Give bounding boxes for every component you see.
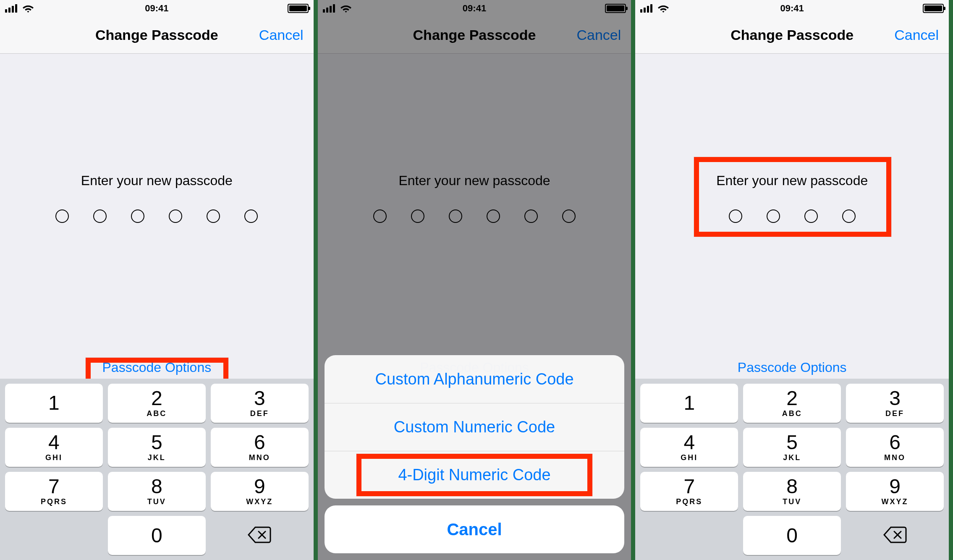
keypad-key-7[interactable]: 7PQRS — [640, 472, 738, 511]
nav-bar: Change Passcode Cancel — [635, 17, 949, 54]
cellular-signal-icon — [640, 4, 655, 13]
svg-rect-3 — [15, 4, 17, 13]
action-sheet-cancel[interactable]: Cancel — [325, 505, 625, 553]
passcode-dots — [55, 209, 258, 223]
screen-3-four-digit: 09:41 Change Passcode Cancel Enter your … — [635, 0, 949, 560]
screen-2-action-sheet: 09:41 Change Passcode Cancel Enter your … — [318, 0, 631, 560]
passcode-dot — [93, 209, 107, 223]
keypad-key-5[interactable]: 5JKL — [743, 428, 841, 467]
wifi-icon — [657, 4, 670, 13]
svg-rect-10 — [647, 6, 649, 13]
keypad-key-4[interactable]: 4GHI — [5, 428, 103, 467]
action-sheet-options: Custom Alphanumeric Code Custom Numeric … — [325, 355, 625, 499]
passcode-options-button[interactable]: Passcode Options — [635, 360, 949, 375]
cellular-signal-icon — [5, 4, 19, 13]
passcode-dot — [207, 209, 220, 223]
status-time: 09:41 — [145, 3, 168, 14]
annotation-highlight — [694, 157, 891, 237]
keypad-key-0[interactable]: 0 — [743, 516, 841, 555]
keypad-key-6[interactable]: 6MNO — [211, 428, 309, 467]
keypad-backspace[interactable] — [211, 516, 309, 555]
keypad-key-9[interactable]: 9WXYZ — [211, 472, 309, 511]
keypad-key-1[interactable]: 1 — [640, 384, 738, 423]
svg-rect-1 — [8, 8, 10, 13]
status-bar: 09:41 — [635, 0, 949, 17]
passcode-dot — [804, 209, 818, 223]
wifi-icon — [22, 4, 34, 13]
backspace-icon — [247, 526, 272, 546]
passcode-dot — [244, 209, 258, 223]
action-sheet: Custom Alphanumeric Code Custom Numeric … — [325, 355, 625, 553]
svg-rect-2 — [12, 6, 14, 13]
backspace-icon — [882, 526, 908, 546]
svg-rect-8 — [640, 9, 642, 13]
keypad-key-5[interactable]: 5JKL — [108, 428, 206, 467]
option-custom-alphanumeric[interactable]: Custom Alphanumeric Code — [325, 355, 625, 403]
content-area: Enter your new passcode Passcode Options… — [635, 54, 949, 560]
keypad-key-3[interactable]: 3DEF — [211, 384, 309, 423]
battery-icon — [923, 4, 944, 13]
passcode-dot — [55, 209, 69, 223]
keypad-key-1[interactable]: 1 — [5, 384, 103, 423]
passcode-dots — [729, 209, 856, 223]
passcode-prompt: Enter your new passcode — [716, 173, 868, 188]
keypad-key-6[interactable]: 6MNO — [846, 428, 944, 467]
numeric-keypad: 1 2ABC 3DEF 4GHI 5JKL 6MNO 7PQRS 8TUV 9W… — [0, 379, 314, 560]
keypad-key-8[interactable]: 8TUV — [108, 472, 206, 511]
option-label: 4-Digit Numeric Code — [398, 466, 550, 484]
keypad-key-3[interactable]: 3DEF — [846, 384, 944, 423]
option-custom-numeric[interactable]: Custom Numeric Code — [325, 403, 625, 451]
svg-rect-9 — [644, 8, 646, 13]
passcode-dot — [767, 209, 780, 223]
status-bar: 09:41 — [0, 0, 314, 17]
keypad-blank — [640, 516, 738, 555]
status-time: 09:41 — [780, 3, 804, 14]
option-4-digit-numeric[interactable]: 4-Digit Numeric Code — [325, 451, 625, 499]
svg-rect-0 — [5, 9, 7, 13]
passcode-dot — [131, 209, 144, 223]
keypad-key-4[interactable]: 4GHI — [640, 428, 738, 467]
keypad-key-7[interactable]: 7PQRS — [5, 472, 103, 511]
cancel-button[interactable]: Cancel — [259, 27, 304, 43]
screen-1-passcode-options-highlight: 09:41 Change Passcode Cancel Enter your … — [0, 0, 314, 560]
passcode-dot — [169, 209, 182, 223]
keypad-backspace[interactable] — [846, 516, 944, 555]
passcode-dot — [842, 209, 856, 223]
keypad-key-9[interactable]: 9WXYZ — [846, 472, 944, 511]
numeric-keypad: 1 2ABC 3DEF 4GHI 5JKL 6MNO 7PQRS 8TUV 9W… — [635, 379, 949, 560]
battery-icon — [288, 4, 309, 13]
nav-bar: Change Passcode Cancel — [0, 17, 314, 54]
passcode-prompt: Enter your new passcode — [81, 173, 233, 188]
content-area: Enter your new passcode Passcode Options… — [0, 54, 314, 560]
keypad-key-8[interactable]: 8TUV — [743, 472, 841, 511]
keypad-key-0[interactable]: 0 — [108, 516, 206, 555]
keypad-key-2[interactable]: 2ABC — [743, 384, 841, 423]
svg-rect-11 — [650, 4, 652, 13]
passcode-dot — [729, 209, 742, 223]
keypad-blank — [5, 516, 103, 555]
keypad-key-2[interactable]: 2ABC — [108, 384, 206, 423]
passcode-options-button[interactable]: Passcode Options — [0, 360, 314, 375]
cancel-button[interactable]: Cancel — [894, 27, 939, 43]
